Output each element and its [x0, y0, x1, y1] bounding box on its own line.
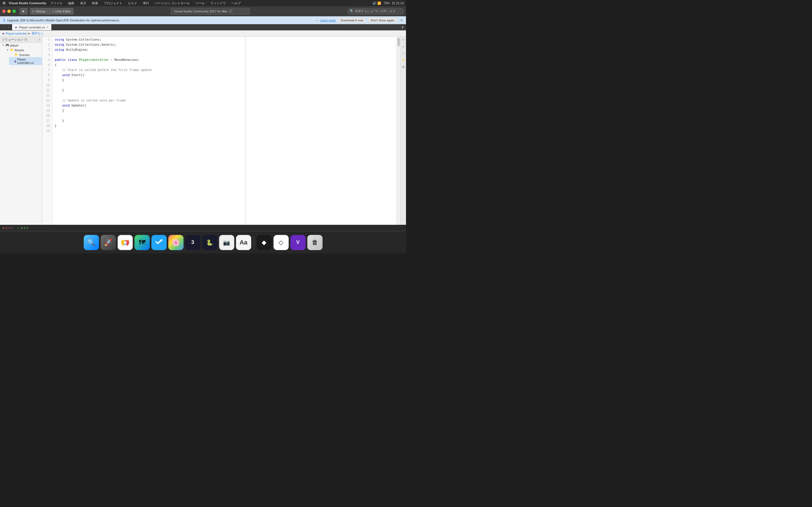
tree-sub: ▼ 📁 Assets 📁 Scenes ◆ Player controller.…	[0, 48, 42, 65]
search-box[interactable]: 🔍 検索するには '%;' を押します	[347, 8, 404, 14]
right-panel-icon-4[interactable]: ⚡	[401, 58, 406, 62]
tree-root[interactable]: ▼ 🎮 player	[0, 43, 42, 48]
code-line-19[interactable]	[55, 128, 243, 133]
dock-launchpad[interactable]: 🚀	[101, 235, 116, 250]
right-panel: T ≡ □ ⚡ ≣	[400, 37, 406, 225]
right-panel-icon-3[interactable]: □	[401, 51, 406, 56]
menu-item-バージョン コントロール[interactable]: バージョン コントロール	[154, 1, 191, 6]
scenes-folder[interactable]: 📁 Scenes	[9, 52, 42, 57]
code-line-4[interactable]	[55, 52, 243, 57]
menu-item-ウィンドウ[interactable]: ウィンドウ	[209, 1, 227, 6]
vs-toolbar: ▶ ▷ Debug › □ Unity Editor Visual Studio…	[0, 6, 406, 16]
dock-vscode[interactable]	[151, 235, 167, 250]
dock-unity2[interactable]: ◇	[273, 235, 289, 250]
sidebar-title: ソリューション	[2, 38, 23, 42]
menu-item-ツール[interactable]: ツール	[194, 1, 206, 6]
menu-item-ファイル[interactable]: ファイル	[49, 1, 64, 6]
dock-unity[interactable]: ◆	[257, 235, 272, 250]
code-line-16[interactable]	[55, 113, 243, 118]
task-status[interactable]: ✓ タスク	[17, 226, 29, 230]
download-now-button[interactable]: Download it now	[338, 17, 366, 23]
error-status[interactable]: ⊗ エラー	[2, 226, 14, 230]
menu-right: 🔊 📶 73% 日 21:13	[372, 1, 404, 5]
code-line-9[interactable]: {	[55, 78, 243, 83]
error-label: エラー	[5, 226, 14, 230]
line-number-7: 7	[45, 68, 50, 73]
scenes-label: Scenes	[19, 53, 30, 57]
info-icon[interactable]: ⓘ	[229, 9, 232, 13]
dock-dictionary[interactable]: Aa	[236, 235, 251, 250]
dont-show-again-button[interactable]: Don't show again	[368, 17, 397, 23]
menu-item-表示[interactable]: 表示	[79, 1, 87, 6]
nav-arrows: ‹ ›	[0, 24, 12, 30]
run-button[interactable]: ▶	[20, 8, 28, 14]
tabs-dropdown[interactable]: ▼	[399, 24, 406, 30]
menu-item-実行[interactable]: 実行	[142, 1, 150, 6]
scroll-thumb[interactable]	[398, 38, 400, 46]
code-line-10[interactable]	[55, 83, 243, 88]
breadcrumb-item-1[interactable]: Playercontroller	[6, 32, 27, 35]
code-line-7[interactable]: // Start is called before the first fram…	[55, 68, 243, 73]
tab-close[interactable]: ×	[47, 25, 49, 29]
code-content[interactable]: using System.Collections;using System.Co…	[52, 37, 245, 225]
dock-finder[interactable]: 🔍	[84, 235, 99, 250]
line-number-12: 12	[45, 93, 50, 98]
breadcrumb-item-2[interactable]: 選択なし	[32, 31, 44, 36]
assets-folder[interactable]: ▼ 📁 Assets	[4, 48, 42, 52]
menu-item-編集[interactable]: 編集	[67, 1, 75, 6]
right-panel-icon-1[interactable]: T	[401, 38, 406, 42]
close-button[interactable]	[2, 10, 6, 13]
menu-item-プロジェクト[interactable]: プロジェクト	[103, 1, 123, 6]
code-line-8[interactable]: void Start()	[55, 73, 243, 78]
code-line-18[interactable]: }	[55, 123, 243, 128]
dock-image-capture[interactable]: 📷	[219, 235, 234, 250]
unity-editor-dropdown[interactable]: □ Unity Editor	[50, 8, 73, 14]
active-tab[interactable]: ◆ Player controller.cs ×	[12, 24, 52, 30]
code-line-2[interactable]: using System.Collections.Generic;	[55, 42, 243, 47]
task-label: タスク	[20, 226, 29, 230]
sidebar-pin-icon[interactable]: ⊞	[24, 38, 27, 41]
dock-vs-app[interactable]: V	[290, 235, 306, 250]
maximize-button[interactable]	[12, 10, 16, 13]
nav-forward[interactable]: ›	[6, 25, 11, 30]
code-line-3[interactable]: using UnityEngine;	[55, 47, 243, 52]
menu-item-検索[interactable]: 検索	[91, 1, 99, 6]
code-container[interactable]: 12345678910111213141516171819 using Syst…	[42, 37, 396, 225]
line-number-17: 17	[45, 118, 50, 123]
dock-trash[interactable]: 🗑	[307, 235, 322, 250]
code-line-15[interactable]: {	[55, 108, 243, 113]
line-number-9: 9	[45, 78, 50, 83]
dock-python[interactable]: 🐍	[202, 235, 217, 250]
right-panel-icon-2[interactable]: ≡	[401, 45, 406, 49]
code-line-1[interactable]: using System.Collections;	[55, 37, 243, 42]
code-line-13[interactable]: // Update is called once per frame	[55, 98, 243, 103]
code-line-14[interactable]: void Update()	[55, 103, 243, 108]
player-controller-file[interactable]: ◆ Player controller.cs	[9, 57, 42, 65]
menu-item-ビルド[interactable]: ビルド	[127, 1, 139, 6]
dock-maps[interactable]: 🗺	[135, 235, 150, 250]
nav-back[interactable]: ‹	[1, 25, 6, 30]
minimize-button[interactable]	[7, 10, 11, 13]
assets-folder-icon: 📁	[10, 48, 14, 52]
code-line-6[interactable]: {	[55, 62, 243, 68]
menu-item-ヘルプ[interactable]: ヘルプ	[231, 1, 242, 6]
dock-chrome[interactable]	[117, 235, 133, 250]
line-number-3: 3	[45, 47, 50, 52]
code-line-5[interactable]: public class Playercontroller : MonoBeha…	[55, 57, 243, 62]
learn-more-link[interactable]: Learn more	[320, 18, 336, 22]
menu-app-name: Visual Studio Community	[9, 1, 46, 5]
code-line-11[interactable]: }	[55, 88, 243, 93]
dock-photos[interactable]: 🌸	[168, 235, 184, 250]
apple-logo[interactable]: ⌘	[2, 1, 6, 5]
right-panel-icon-5[interactable]: ≣	[401, 65, 406, 69]
code-line-12[interactable]	[55, 93, 243, 98]
right-scrollbar[interactable]	[396, 37, 400, 225]
project-info: Visual Studio Community 2017 for Mac ⓘ	[171, 8, 250, 15]
debug-dropdown[interactable]: ▷ Debug ›	[30, 8, 50, 14]
sidebar-close-icon[interactable]: ×	[39, 38, 40, 41]
notification-close[interactable]: ×	[400, 18, 403, 22]
dock-thonny[interactable]: 3	[185, 235, 200, 250]
breadcrumb-icon: ◆	[2, 32, 4, 35]
line-number-4: 4	[45, 52, 50, 57]
code-line-17[interactable]: }	[55, 118, 243, 123]
